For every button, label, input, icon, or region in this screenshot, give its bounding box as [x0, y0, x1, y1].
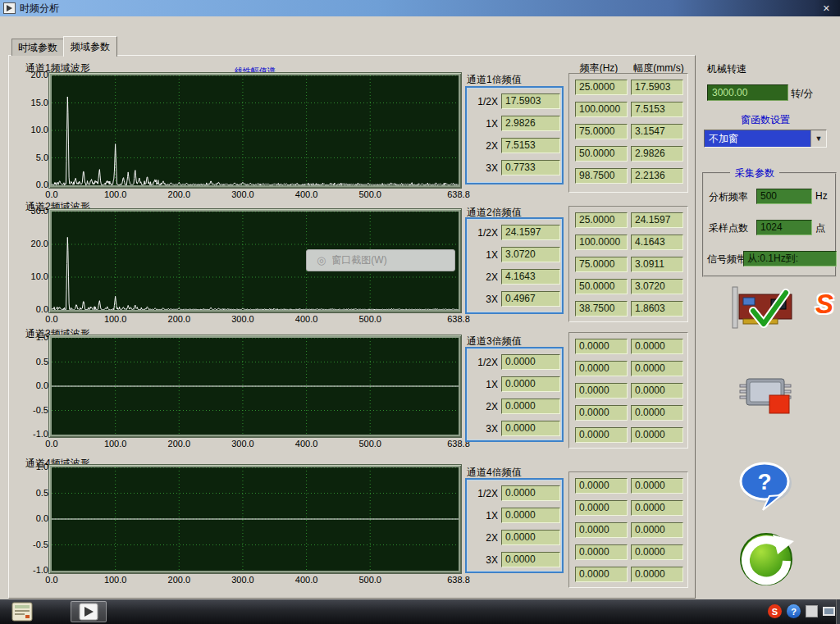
sample-count-label: 采样点数 — [709, 221, 748, 235]
x-axis-tick: 638.8 — [436, 314, 482, 324]
x-axis-tick: 500.0 — [347, 575, 393, 585]
amp-value: 4.1643 — [631, 235, 683, 250]
x-axis-tick: 400.0 — [284, 575, 330, 585]
content-area: 频率(Hz) 幅度(mm/s) ◎ 窗口截图(W) 通道1频域波形线性幅值谱20… — [0, 16, 840, 599]
multiplier-value: 0.0000 — [501, 376, 560, 392]
multiplier-value: 7.5153 — [501, 138, 560, 153]
x-axis-tick: 400.0 — [284, 439, 330, 449]
daq-card-icon[interactable] — [728, 283, 804, 334]
window-screenshot-button[interactable]: ◎ 窗口截图(W) — [306, 249, 455, 271]
multiplier-label: 1X — [462, 118, 498, 130]
freq-value: 50.0000 — [575, 146, 628, 162]
x-axis-tick: 0.0 — [29, 575, 75, 585]
close-button[interactable]: ✕ — [816, 3, 837, 14]
multiplier-label: 1X — [462, 510, 498, 522]
amp-value: 0.0000 — [631, 339, 683, 354]
freq-value: 100.0000 — [575, 102, 628, 117]
y-axis-tick: -1.0 — [11, 565, 48, 575]
x-axis-tick: 400.0 — [284, 189, 330, 199]
amp-value: 0.0000 — [631, 522, 683, 538]
show-desktop-button[interactable] — [836, 599, 840, 624]
freq-value: 0.0000 — [575, 361, 628, 376]
amp-value: 1.8603 — [631, 301, 683, 317]
amp-value: 2.9826 — [631, 146, 683, 162]
amp-value: 0.0000 — [631, 383, 683, 399]
speed-value[interactable]: 3000.00 — [707, 84, 788, 101]
analysis-freq-label: 分析频率 — [709, 190, 748, 204]
y-axis-tick: 0.0 — [11, 180, 48, 189]
x-axis-tick: 100.0 — [93, 575, 139, 585]
amp-value: 3.1547 — [631, 124, 683, 139]
freq-value: 98.7500 — [575, 168, 628, 184]
tab-time-domain-params[interactable]: 时域参数 — [11, 39, 64, 56]
multiplier-value: 2.9826 — [501, 116, 560, 131]
cluster-title-ch1: 通道1倍频值 — [467, 73, 522, 87]
analysis-freq-value[interactable]: 500 — [756, 189, 812, 204]
freq-value: 0.0000 — [575, 339, 628, 354]
tab-freq-domain-params[interactable]: 频域参数 — [63, 36, 117, 57]
window-function-label: 窗函数设置 — [702, 113, 829, 127]
taskbar-app-labview[interactable] — [71, 601, 107, 622]
y-axis-tick: 0.0 — [11, 513, 48, 523]
tray-network-icon[interactable] — [823, 607, 835, 616]
x-axis-tick: 100.0 — [93, 439, 139, 449]
freq-value: 100.0000 — [575, 235, 628, 250]
y-axis-tick: 20.0 — [11, 70, 48, 80]
x-axis-tick: 300.0 — [220, 314, 266, 324]
x-axis-tick: 300.0 — [220, 189, 266, 199]
app-window: 时频分析 ✕ 频率(Hz) 幅度(mm/s) ◎ 窗口截图(W) 通道1频域波形… — [0, 0, 840, 624]
amp-value: 17.5903 — [631, 80, 683, 95]
y-axis-tick: 0.0 — [11, 380, 48, 390]
multiplier-value: 0.0000 — [501, 399, 560, 414]
chip-icon[interactable] — [738, 371, 792, 418]
sample-count-unit: 点 — [815, 221, 825, 235]
multiplier-label: 3X — [462, 162, 498, 174]
acquisition-title: 采集参数 — [730, 166, 779, 180]
freq-value: 0.0000 — [575, 383, 628, 399]
x-axis-tick: 200.0 — [156, 439, 202, 449]
tray-program-icon[interactable] — [806, 605, 818, 617]
help-icon[interactable]: ? — [735, 461, 797, 513]
freq-value: 0.0000 — [575, 522, 628, 538]
speed-unit: 转/分 — [791, 87, 813, 101]
multiplier-value: 0.0000 — [501, 354, 560, 370]
y-axis-tick: 0.5 — [11, 357, 48, 367]
taskbar-app-vi-window[interactable] — [5, 601, 39, 622]
multiplier-label: 1/2X — [462, 488, 498, 499]
waveform-graph-ch1 — [52, 75, 459, 185]
signal-band-value: 从:0.1Hz到: — [743, 251, 837, 266]
signal-band-label: 信号频带 — [707, 253, 746, 266]
multiplier-value: 0.4967 — [501, 291, 560, 307]
freq-value: 25.0000 — [575, 80, 628, 95]
amp-value: 0.0000 — [631, 567, 683, 582]
y-axis-tick: 0.5 — [11, 488, 48, 498]
multiplier-label: 1X — [462, 379, 498, 390]
x-axis-tick: 0.0 — [29, 189, 75, 199]
window-function-dropdown[interactable]: 不加窗 ▼ — [704, 130, 827, 148]
y-axis-tick: 1.0 — [11, 332, 48, 342]
multiplier-value: 4.1643 — [501, 269, 560, 285]
freq-value: 0.0000 — [575, 405, 628, 421]
x-axis-tick: 638.8 — [436, 189, 482, 199]
amp-value: 0.0000 — [631, 478, 683, 494]
multiplier-label: 2X — [462, 532, 498, 544]
sample-count-value[interactable]: 1024 — [756, 220, 812, 235]
amp-value: 2.2136 — [631, 168, 683, 184]
refresh-icon[interactable] — [733, 530, 799, 589]
window-title: 时频分析 — [20, 2, 59, 16]
x-axis-tick: 300.0 — [220, 575, 266, 585]
freq-value: 25.0000 — [575, 212, 628, 228]
freq-value: 0.0000 — [575, 500, 628, 516]
y-axis-tick: 10.0 — [11, 125, 48, 134]
multiplier-label: 2X — [462, 271, 498, 283]
x-axis-tick: 300.0 — [220, 439, 266, 449]
multiplier-label: 1/2X — [462, 227, 498, 239]
titlebar: 时频分析 ✕ — [0, 0, 840, 16]
tray-sogou-icon[interactable]: S — [768, 604, 782, 618]
y-axis-tick: -1.0 — [11, 429, 48, 439]
multiplier-value: 0.7733 — [501, 160, 560, 175]
tray-help-icon[interactable]: ? — [787, 604, 801, 618]
multiplier-value: 0.0000 — [501, 530, 560, 545]
freq-value: 38.7500 — [575, 301, 628, 317]
chevron-down-icon[interactable]: ▼ — [810, 130, 826, 147]
